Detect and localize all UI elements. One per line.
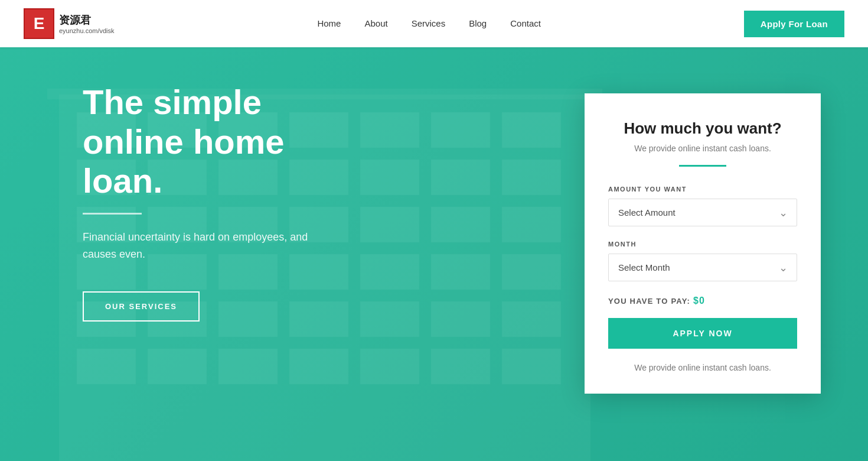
apply-now-button[interactable]: APPLY NOW: [608, 318, 797, 349]
amount-label: AMOUNT YOU WANT: [608, 186, 797, 193]
pay-amount: $0: [693, 296, 705, 306]
card-subtitle: We provide online instant cash loans.: [608, 144, 797, 153]
logo-text: 资源君 eyunzhu.com/vdisk: [59, 13, 115, 34]
month-select-wrapper: Select Month 3 Months 6 Months 12 Months…: [608, 254, 797, 281]
card-title: How much you want?: [608, 119, 797, 138]
card-divider: [679, 165, 726, 167]
nav-links: Home About Services Blog Contact: [317, 18, 540, 29]
nav-item-about[interactable]: About: [364, 18, 387, 29]
company-sub: eyunzhu.com/vdisk: [59, 27, 115, 34]
apply-for-loan-nav-button[interactable]: Apply For Loan: [744, 11, 844, 37]
card-footer-text: We provide online instant cash loans.: [608, 363, 797, 372]
nav-item-home[interactable]: Home: [317, 18, 341, 29]
pay-row: YOU HAVE TO PAY: $0: [608, 296, 797, 306]
navbar: E 资源君 eyunzhu.com/vdisk Home About Servi…: [0, 0, 868, 47]
nav-item-blog[interactable]: Blog: [469, 18, 487, 29]
logo: E 资源君 eyunzhu.com/vdisk: [24, 8, 115, 39]
month-select[interactable]: Select Month 3 Months 6 Months 12 Months…: [608, 254, 797, 281]
amount-select-wrapper: Select Amount $1,000 $2,000 $5,000 $10,0…: [608, 199, 797, 226]
our-services-button[interactable]: OUR SERVICES: [83, 291, 200, 322]
company-name: 资源君: [59, 13, 115, 27]
hero-section: The simple online home loan. Financial u…: [0, 0, 868, 461]
hero-subtitle: Financial uncertainty is hard on employe…: [83, 229, 319, 263]
amount-select[interactable]: Select Amount $1,000 $2,000 $5,000 $10,0…: [608, 199, 797, 226]
nav-item-contact[interactable]: Contact: [510, 18, 541, 29]
hero-divider: [83, 213, 142, 215]
hero-title: The simple online home loan.: [83, 83, 319, 201]
amount-form-group: AMOUNT YOU WANT Select Amount $1,000 $2,…: [608, 186, 797, 226]
hero-content: The simple online home loan. Financial u…: [83, 83, 319, 322]
logo-icon: E: [24, 8, 54, 39]
month-label: MONTH: [608, 241, 797, 248]
nav-item-services[interactable]: Services: [412, 18, 446, 29]
loan-card: How much you want? We provide online ins…: [585, 93, 821, 394]
month-form-group: MONTH Select Month 3 Months 6 Months 12 …: [608, 241, 797, 281]
